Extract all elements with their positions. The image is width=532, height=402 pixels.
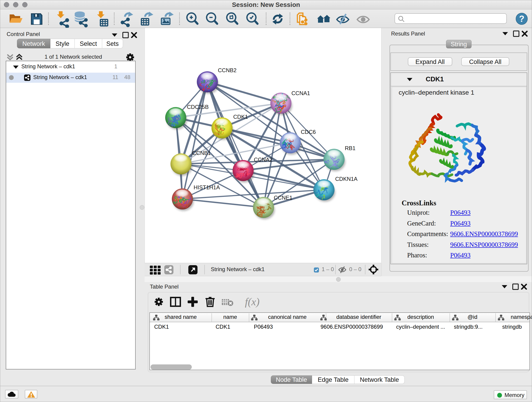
svg-text:CDC25B: CDC25B xyxy=(187,104,209,110)
svg-text:CDC6: CDC6 xyxy=(301,129,316,135)
svg-text:f(x): f(x) xyxy=(245,296,260,307)
svg-text:CDKN1A: CDKN1A xyxy=(335,176,357,182)
svg-text:?: ? xyxy=(519,14,524,24)
svg-text:RB1: RB1 xyxy=(345,145,355,151)
svg-text:CCNB2: CCNB2 xyxy=(218,67,236,73)
svg-text:CCNA1: CCNA1 xyxy=(291,90,310,96)
svg-text:CDK1: CDK1 xyxy=(233,114,248,120)
svg-text:CCNA2: CCNA2 xyxy=(254,157,272,163)
svg-text:CCNE1: CCNE1 xyxy=(274,195,292,201)
svg-text:HIST1H1A: HIST1H1A xyxy=(194,184,220,191)
svg-text:CCNB1: CCNB1 xyxy=(192,150,211,156)
